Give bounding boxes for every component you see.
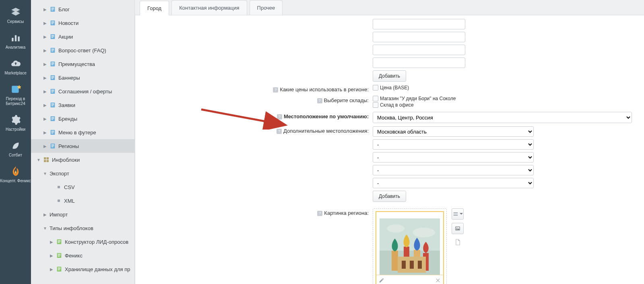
svg-rect-33 [52, 103, 54, 104]
help-icon[interactable]: ? [277, 129, 282, 134]
svg-point-77 [456, 228, 457, 228]
caret-icon[interactable]: ▶ [42, 144, 48, 148]
caret-icon[interactable]: ▶ [42, 48, 48, 53]
caret-icon[interactable]: ▼ [36, 158, 41, 162]
tree-item[interactable]: ▶Конструктор ЛИД-опросов [31, 235, 134, 249]
tree-item[interactable]: ▶Импорт [31, 208, 134, 221]
svg-rect-43 [52, 133, 54, 133]
caret-icon[interactable]: ▶ [42, 212, 48, 217]
tree-item[interactable]: ▶Бренды [31, 112, 134, 126]
checkbox-warehouse-2[interactable] [373, 102, 378, 108]
vnav-sotbit[interactable]: Сотбит [0, 136, 31, 162]
svg-rect-63 [58, 270, 60, 270]
caret-icon[interactable]: ▶ [42, 89, 48, 94]
image-button[interactable] [452, 223, 464, 234]
vnav-analytics[interactable]: Аналитика [0, 28, 31, 54]
tree-item[interactable]: CSV [31, 180, 134, 194]
tree-item[interactable]: XML [31, 194, 134, 208]
doc-blue-icon [50, 61, 56, 67]
caret-icon[interactable]: ▶ [42, 117, 48, 121]
tree-item[interactable]: ▶Новости [31, 16, 134, 30]
edit-icon[interactable] [379, 278, 384, 283]
tree-item[interactable]: ▶Феникс [31, 249, 134, 262]
tab-city[interactable]: Город [140, 1, 169, 15]
caret-icon[interactable]: ▶ [49, 253, 54, 258]
select-extra-location-2[interactable]: - [373, 139, 534, 150]
checkbox-warehouse-1[interactable] [373, 96, 378, 101]
menu-button[interactable] [452, 208, 464, 220]
svg-rect-54 [58, 241, 61, 242]
doc-blue-icon [50, 115, 56, 122]
tree-item[interactable]: ▶Акции [31, 30, 134, 43]
tree-item[interactable]: ▼Инфоблоки [31, 153, 134, 167]
caret-icon[interactable]: ▶ [42, 130, 48, 135]
vnav-settings[interactable]: Настройки [0, 110, 31, 136]
image-actions-column [452, 208, 464, 247]
caret-icon[interactable]: ▶ [49, 267, 54, 272]
label-prices: ?Какие цены использовать в регионе: [147, 85, 373, 93]
svg-rect-53 [58, 240, 61, 241]
tree-item[interactable]: ▶Блог [31, 2, 134, 16]
caret-icon[interactable]: ▶ [49, 240, 54, 244]
svg-rect-2 [18, 37, 19, 41]
tree-item[interactable]: ▶Регионы [31, 139, 134, 153]
file-icon[interactable] [452, 237, 464, 247]
tree-label: Хранилище данных для пр [65, 266, 130, 272]
caret-icon[interactable]: ▼ [42, 171, 48, 176]
tree-item[interactable]: ▶Вопрос-ответ (FAQ) [31, 43, 134, 57]
layers-icon [10, 6, 21, 18]
tab-contact[interactable]: Контактная информация [171, 0, 247, 15]
vnav-marketplace[interactable]: Marketplace [0, 54, 31, 80]
svg-point-66 [387, 224, 405, 233]
select-extra-location-1[interactable]: Московская область [373, 126, 534, 137]
tree-item[interactable]: ▼Типы инфоблоков [31, 221, 134, 235]
caret-icon[interactable]: ▶ [42, 62, 48, 66]
doc-blue-icon [50, 20, 56, 26]
vnav-label: Настройки [6, 127, 25, 132]
help-icon[interactable]: ? [277, 114, 282, 119]
svg-rect-31 [52, 92, 54, 92]
doc-blue-icon [50, 33, 56, 40]
tree-label: Меню в футере [58, 130, 96, 136]
select-extra-location-5[interactable]: - [373, 178, 534, 188]
vnav-bitrix24[interactable]: Переход в Битрикс24 [0, 80, 31, 110]
select-default-location[interactable]: Москва, Центр, Россия [373, 112, 632, 123]
tree-label: Акции [58, 34, 73, 40]
add-button-1[interactable]: Добавить [373, 70, 406, 82]
caret-icon[interactable]: ▼ [42, 226, 48, 230]
help-icon[interactable]: ? [317, 211, 322, 216]
tree-item[interactable]: ▶Хранилище данных для пр [31, 262, 134, 276]
add-button-2[interactable]: Добавить [373, 191, 406, 202]
caret-icon[interactable]: ▶ [42, 76, 48, 80]
extra-text-1[interactable] [373, 19, 465, 29]
help-icon[interactable]: ? [273, 87, 278, 93]
caret-icon[interactable]: ▶ [42, 103, 48, 107]
extra-text-4[interactable] [373, 58, 465, 68]
tree-item[interactable]: ▶Соглашения / оферты [31, 84, 134, 98]
caret-icon[interactable]: ▶ [42, 7, 48, 12]
vnav-phoenix[interactable]: Концепт. Феникс [0, 162, 31, 187]
select-extra-location-3[interactable]: - [373, 152, 534, 163]
extra-text-2[interactable] [373, 32, 465, 42]
extra-text-3[interactable] [373, 45, 465, 55]
tree-item[interactable]: ▶Баннеры [31, 71, 134, 84]
tree-item[interactable]: ▼Экспорт [31, 167, 134, 180]
svg-rect-38 [52, 118, 54, 119]
svg-rect-0 [12, 38, 13, 41]
help-icon[interactable]: ? [317, 98, 322, 103]
tab-other[interactable]: Прочее [250, 0, 283, 15]
doc-blue-icon [50, 143, 56, 149]
tabs-bar: Город Контактная информация Прочее [135, 0, 644, 15]
svg-rect-30 [52, 91, 54, 91]
tree-label: Преимущества [58, 61, 95, 67]
vnav-services[interactable]: Сервисы [0, 2, 31, 28]
checkbox-price-base[interactable] [373, 85, 378, 91]
close-icon[interactable] [435, 278, 441, 283]
svg-rect-62 [58, 269, 61, 269]
tree-item[interactable]: ▶Преимущества [31, 57, 134, 71]
tree-item[interactable]: ▶Заявки [31, 98, 134, 112]
caret-icon[interactable]: ▶ [42, 35, 48, 39]
caret-icon[interactable]: ▶ [42, 21, 48, 25]
tree-item[interactable]: ▶Меню в футере [31, 126, 134, 139]
select-extra-location-4[interactable]: - [373, 165, 534, 175]
